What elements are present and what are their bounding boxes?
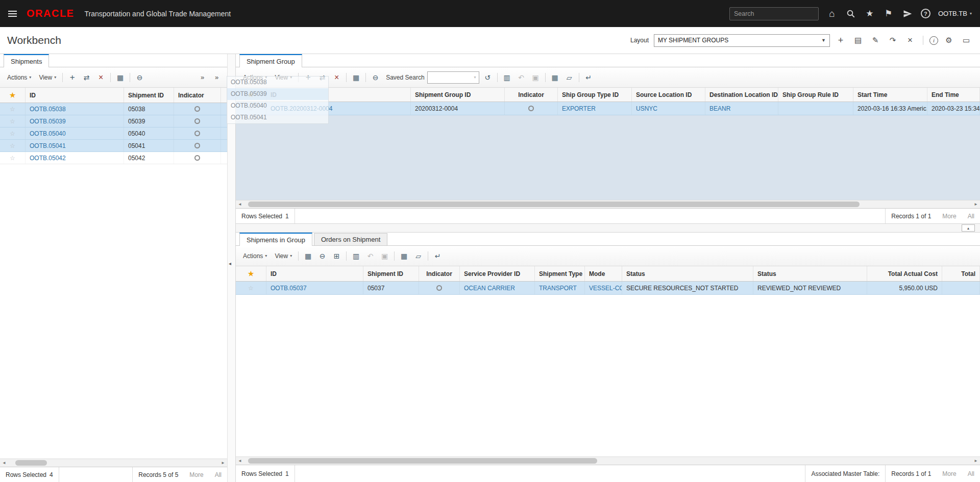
save-icon[interactable]: ▣ bbox=[530, 71, 542, 83]
column-header-provider[interactable]: Service Provider ID bbox=[460, 266, 535, 281]
scroll-right-icon[interactable]: ► bbox=[219, 461, 227, 465]
remove-icon[interactable]: ⊖ bbox=[370, 71, 381, 83]
star-icon[interactable]: ☆ bbox=[10, 130, 15, 137]
info-icon[interactable]: i bbox=[929, 36, 938, 45]
add-icon[interactable]: + bbox=[302, 71, 314, 83]
shipment-link[interactable]: OOTB.05042 bbox=[30, 155, 66, 162]
star-icon[interactable]: ☆ bbox=[10, 155, 15, 162]
all-link[interactable]: All bbox=[215, 471, 222, 478]
service-provider-link[interactable]: OCEAN CARRIER bbox=[464, 285, 515, 292]
actions-menu[interactable]: Actions ▾ bbox=[5, 74, 34, 81]
home-icon[interactable]: ⌂ bbox=[826, 8, 838, 19]
column-header-indicator[interactable]: Indicator bbox=[419, 266, 460, 281]
star-icon[interactable]: ☆ bbox=[10, 106, 15, 113]
star-icon[interactable]: ☆ bbox=[10, 118, 15, 125]
column-header-shipment-id[interactable]: Shipment ID bbox=[124, 88, 174, 103]
horizontal-scrollbar[interactable]: ◄ ► bbox=[0, 459, 227, 467]
add-icon[interactable]: + bbox=[66, 71, 78, 83]
view-menu[interactable]: View ▾ bbox=[36, 74, 59, 81]
scrollbar-thumb[interactable] bbox=[15, 460, 47, 466]
more-link[interactable]: More bbox=[942, 213, 956, 220]
remove-icon[interactable]: ⊖ bbox=[134, 71, 145, 83]
delete-icon[interactable]: × bbox=[331, 71, 342, 83]
scroll-left-icon[interactable]: ◄ bbox=[236, 202, 244, 207]
search-input[interactable] bbox=[729, 7, 819, 20]
source-location-link[interactable]: USNYC bbox=[636, 105, 657, 112]
shipment-link[interactable]: OOTB.05038 bbox=[30, 106, 66, 113]
add-layout-icon[interactable]: + bbox=[834, 34, 847, 46]
shipment-link[interactable]: OOTB.05041 bbox=[30, 142, 66, 149]
column-header-id[interactable]: ID bbox=[266, 266, 363, 281]
scroll-right-icon[interactable]: ► bbox=[972, 459, 980, 463]
save-icon[interactable]: ▣ bbox=[379, 250, 390, 262]
tab-shipment-group[interactable]: Shipment Group bbox=[239, 54, 302, 67]
table-row[interactable]: ☆ OOTB.05042 05042 bbox=[0, 152, 227, 164]
gear-icon[interactable]: ⚙ bbox=[942, 34, 955, 46]
more-link[interactable]: More bbox=[942, 470, 956, 477]
shipment-link[interactable]: OOTB.05040 bbox=[30, 130, 66, 137]
toolbar-overflow-icon[interactable]: » bbox=[197, 71, 208, 83]
column-header-rule[interactable]: Ship Group Rule ID bbox=[778, 88, 853, 102]
folder-add-icon[interactable]: ⊞ bbox=[331, 250, 342, 262]
actions-menu[interactable]: Actions ▾ bbox=[240, 74, 270, 81]
send-icon[interactable] bbox=[902, 9, 913, 18]
column-header-start[interactable]: Start Time bbox=[853, 88, 927, 102]
user-menu[interactable]: OOTB.TB ▾ bbox=[938, 10, 972, 17]
shipment-link[interactable]: OOTB.05037 bbox=[271, 285, 307, 292]
column-header-status2[interactable]: Status bbox=[753, 266, 867, 281]
collapse-panel-button[interactable]: ▴ bbox=[962, 224, 975, 232]
menu-icon[interactable] bbox=[0, 0, 24, 27]
tab-shipments-in-group[interactable]: Shipments in Group bbox=[239, 233, 312, 246]
collapse-left-icon[interactable]: ◂ bbox=[229, 261, 231, 266]
column-header-id[interactable]: ID bbox=[26, 88, 124, 103]
column-header-shipment-type[interactable]: Shipment Type bbox=[535, 266, 585, 281]
column-header-shipment-id[interactable]: Shipment ID bbox=[363, 266, 419, 281]
table-icon[interactable]: ▦ bbox=[398, 250, 410, 262]
column-header-indicator[interactable]: Indicator bbox=[174, 88, 221, 103]
edit-icon[interactable]: ✎ bbox=[869, 34, 882, 46]
star-icon[interactable]: ☆ bbox=[248, 105, 254, 112]
remove-icon[interactable]: ⊖ bbox=[316, 250, 328, 262]
more-link[interactable]: More bbox=[189, 471, 203, 478]
horizontal-splitter[interactable]: ▴ bbox=[236, 223, 980, 233]
scroll-left-icon[interactable]: ◄ bbox=[0, 461, 8, 465]
table-row[interactable]: ☆ OOTB.20200312-0004 20200312-0004 EXPOR… bbox=[236, 102, 980, 115]
favorites-icon[interactable]: ★ bbox=[864, 8, 875, 19]
column-header-id[interactable]: ID bbox=[266, 88, 411, 102]
scroll-right-icon[interactable]: ► bbox=[972, 202, 980, 207]
refresh-icon[interactable]: ↺ bbox=[482, 71, 494, 83]
layout-select[interactable]: MY SHIPMENT GROUPS ▼ bbox=[654, 34, 830, 47]
export-icon[interactable]: ▥ bbox=[501, 71, 513, 83]
vertical-splitter[interactable]: ◂ bbox=[228, 54, 236, 482]
column-header-total[interactable]: Total bbox=[942, 266, 980, 281]
column-header-type[interactable]: Ship Group Type ID bbox=[558, 88, 632, 102]
scrollbar-thumb[interactable] bbox=[248, 458, 597, 464]
enter-icon[interactable]: ↵ bbox=[432, 250, 444, 262]
horizontal-scrollbar[interactable]: ◄ ► bbox=[236, 456, 980, 465]
delete-icon[interactable]: × bbox=[95, 71, 107, 83]
help-icon[interactable]: ? bbox=[921, 9, 930, 18]
table-row[interactable]: ☆ OOTB.05040 05040 bbox=[0, 128, 227, 140]
shipment-link[interactable]: OOTB.05039 bbox=[30, 118, 66, 125]
export-icon[interactable]: ▥ bbox=[350, 250, 362, 262]
view-menu[interactable]: View ▾ bbox=[272, 74, 295, 81]
column-header-total-cost[interactable]: Total Actual Cost bbox=[867, 266, 942, 281]
star-icon[interactable]: ☆ bbox=[248, 285, 254, 292]
scrollbar-thumb[interactable] bbox=[248, 201, 860, 207]
close-icon[interactable]: × bbox=[903, 34, 917, 46]
chart-icon[interactable]: ▱ bbox=[564, 71, 575, 83]
table-row[interactable]: ☆ OOTB.05041 05041 bbox=[0, 140, 227, 152]
column-header-group-id[interactable]: Shipment Group ID bbox=[411, 88, 505, 102]
scroll-left-icon[interactable]: ◄ bbox=[236, 459, 244, 463]
view-menu[interactable]: View ▾ bbox=[272, 252, 295, 260]
monitor-icon[interactable]: ▭ bbox=[960, 34, 973, 46]
table-row[interactable]: ☆ OOTB.05038 05038 bbox=[0, 103, 227, 115]
all-link[interactable]: All bbox=[968, 470, 974, 477]
panel-expand-icon[interactable]: » bbox=[211, 71, 223, 83]
column-header-source[interactable]: Source Location ID bbox=[632, 88, 705, 102]
mode-link[interactable]: VESSEL-CO bbox=[589, 285, 622, 292]
shipment-group-link[interactable]: OOTB.20200312-0004 bbox=[271, 105, 332, 112]
column-header-indicator[interactable]: Indicator bbox=[505, 88, 558, 102]
table-icon[interactable]: ▦ bbox=[549, 71, 561, 83]
column-header-destination[interactable]: Destination Location ID bbox=[705, 88, 778, 102]
